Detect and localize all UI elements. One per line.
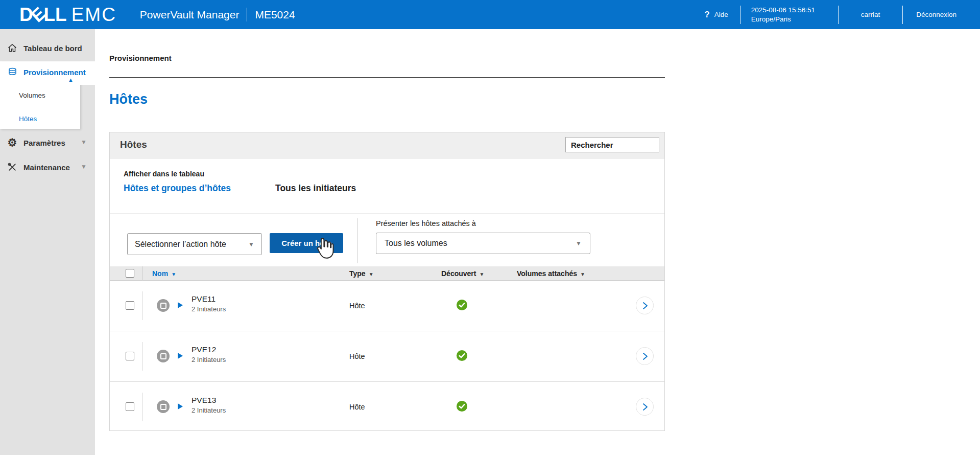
database-icon xyxy=(6,67,18,78)
row-checkbox[interactable] xyxy=(126,301,134,310)
host-name-cell: PVE11 2 Initiateurs xyxy=(192,294,226,313)
chevron-up-icon[interactable]: ▲ xyxy=(68,77,74,83)
expand-row-icon[interactable] xyxy=(178,302,183,308)
host-name-cell: PVE12 2 Initiateurs xyxy=(192,345,226,363)
home-icon xyxy=(6,43,18,53)
sort-down-icon: ▼ xyxy=(369,271,374,277)
logout-button[interactable]: Déconnexion xyxy=(916,11,957,18)
column-divider xyxy=(142,393,143,421)
tools-icon xyxy=(6,162,18,172)
initiators-count: 2 Initiateurs xyxy=(192,356,226,363)
app-title: PowerVault Manager ME5024 xyxy=(140,8,295,21)
host-name: PVE12 xyxy=(192,345,226,354)
chevron-right-icon xyxy=(641,403,649,411)
system-name: ME5024 xyxy=(255,9,295,21)
help-link[interactable]: ? Aide xyxy=(704,10,740,20)
help-label: Aide xyxy=(714,11,728,18)
sidebar: Tableau de bord Provisionnement ▲ Volume… xyxy=(0,29,95,455)
create-host-button[interactable]: Créer un hôte xyxy=(270,233,343,253)
row-details-button[interactable] xyxy=(636,398,654,416)
sort-down-icon: ▼ xyxy=(171,271,176,277)
expand-row-icon[interactable] xyxy=(178,403,183,410)
panel-header: Hôtes xyxy=(110,132,664,158)
action-divider xyxy=(357,218,358,263)
timezone-value: Europe/Paris xyxy=(751,15,828,24)
host-type: Hôte xyxy=(349,403,365,411)
main-content: Provisionnement Hôtes Hôtes Afficher dan… xyxy=(95,29,980,455)
datetime-value: 2025-08-06 15:56:51 xyxy=(751,6,828,15)
volumes-filter-select-value: Tous les volumes xyxy=(385,239,447,248)
host-type: Hôte xyxy=(349,302,365,310)
volumes-filter-select[interactable]: Tous les volumes ▼ xyxy=(376,233,590,254)
table-row[interactable]: PVE11 2 Initiateurs Hôte xyxy=(110,281,664,331)
sidebar-item-label: Tableau de bord xyxy=(23,44,82,53)
discovered-status-icon xyxy=(456,299,468,313)
row-checkbox[interactable] xyxy=(126,402,134,411)
sidebar-item-label: Maintenance xyxy=(23,163,70,172)
page-title: Hôtes xyxy=(109,92,148,107)
search-input[interactable] xyxy=(565,137,659,152)
column-header-discovered[interactable]: Découvert▼ xyxy=(441,269,484,278)
host-name-cell: PVE13 2 Initiateurs xyxy=(192,396,226,414)
dell-wordmark: DELL xyxy=(19,4,67,26)
sidebar-item-volumes[interactable]: Volumes xyxy=(19,92,45,99)
select-all-checkbox[interactable] xyxy=(126,269,134,278)
sidebar-item-label: Provisionnement xyxy=(23,68,86,77)
column-divider xyxy=(142,266,143,281)
table-view-label: Afficher dans le tableau xyxy=(124,170,204,178)
help-icon: ? xyxy=(704,10,709,20)
sort-down-icon: ▼ xyxy=(479,271,484,277)
table-header: Nom▼ Type▼ Découvert▼ Volumes attachés▼ xyxy=(110,266,664,281)
breadcrumb-divider xyxy=(109,77,665,78)
host-action-select[interactable]: Sélectionner l’action hôte ▼ xyxy=(127,233,262,255)
row-details-button[interactable] xyxy=(636,297,654,314)
header-divider xyxy=(838,6,839,24)
powervault-manager-screen: DELL EMC PowerVault Manager ME5024 ? Aid… xyxy=(0,0,980,455)
table-body: PVE11 2 Initiateurs Hôte xyxy=(110,281,664,432)
attached-hosts-filter-label: Présenter les hôtes attachés à xyxy=(376,219,476,228)
chevron-down-icon: ▼ xyxy=(576,240,582,247)
chevron-down-icon[interactable]: ▼ xyxy=(81,139,87,146)
host-name: PVE13 xyxy=(192,396,226,405)
sidebar-item-provisioning[interactable]: Provisionnement xyxy=(0,61,95,83)
app-header: DELL EMC PowerVault Manager ME5024 ? Aid… xyxy=(0,0,980,29)
host-name: PVE11 xyxy=(192,294,226,304)
title-divider xyxy=(247,8,247,21)
column-header-attached-volumes[interactable]: Volumes attachés▼ xyxy=(517,269,585,278)
host-icon xyxy=(157,299,170,312)
host-icon xyxy=(157,400,170,413)
host-action-select-value: Sélectionner l’action hôte xyxy=(135,240,226,249)
tab-all-initiators[interactable]: Tous les initiateurs xyxy=(275,183,356,194)
section-divider xyxy=(110,213,664,214)
expand-row-icon[interactable] xyxy=(178,353,183,359)
username[interactable]: carriat xyxy=(861,11,880,18)
column-divider xyxy=(142,291,143,320)
breadcrumb: Provisionnement xyxy=(109,54,172,62)
chevron-down-icon[interactable]: ▼ xyxy=(81,163,87,170)
tab-hosts-and-groups[interactable]: Hôtes et groupes d’hôtes xyxy=(124,183,231,194)
dell-emc-logo: DELL EMC xyxy=(19,4,116,26)
column-header-name[interactable]: Nom▼ xyxy=(152,269,176,278)
panel-title: Hôtes xyxy=(120,139,147,150)
sidebar-item-dashboard[interactable]: Tableau de bord xyxy=(0,37,95,59)
emc-wordmark: EMC xyxy=(71,4,116,26)
app-title-text: PowerVault Manager xyxy=(140,9,240,21)
table-row[interactable]: PVE12 2 Initiateurs Hôte xyxy=(110,331,664,382)
discovered-status-icon xyxy=(456,350,468,363)
initiators-count: 2 Initiateurs xyxy=(192,305,226,313)
initiators-count: 2 Initiateurs xyxy=(192,406,226,414)
chevron-right-icon xyxy=(641,352,649,360)
header-divider xyxy=(902,6,903,24)
gear-icon: ⚙ xyxy=(6,136,18,149)
row-details-button[interactable] xyxy=(636,347,654,365)
table-row[interactable]: PVE13 2 Initiateurs Hôte xyxy=(110,382,664,432)
header-right: ? Aide 2025-08-06 15:56:51 Europe/Paris … xyxy=(704,6,972,24)
column-divider xyxy=(142,342,143,371)
sidebar-item-hosts[interactable]: Hôtes xyxy=(19,115,37,123)
chevron-down-icon: ▼ xyxy=(248,241,254,248)
chevron-right-icon xyxy=(641,302,649,310)
header-divider xyxy=(740,6,741,24)
column-header-type[interactable]: Type▼ xyxy=(349,269,374,278)
sidebar-item-label: Paramètres xyxy=(23,139,65,147)
row-checkbox[interactable] xyxy=(126,352,134,360)
